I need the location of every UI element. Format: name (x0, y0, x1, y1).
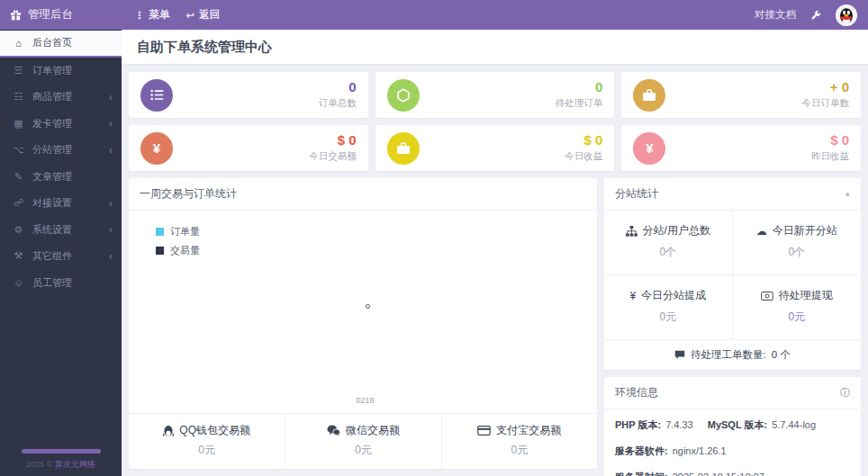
sidebar-item-staff[interactable]: ☺ 员工管理 (0, 270, 122, 297)
sidebar-item-orders[interactable]: ☰ 订单管理 (0, 58, 122, 85)
sidebar-item-integration[interactable]: ☍ 对接设置 ‹ (0, 190, 122, 217)
weekly-chart-panel: 一周交易与订单统计 订单量 交易量 (129, 178, 597, 469)
money-bill-icon (761, 292, 773, 301)
branch-stats-grid: 分站/用户总数 0个 ☁ 今日新开分站 0个 (604, 211, 861, 339)
legend-item-volume[interactable]: 交易量 (156, 244, 200, 257)
chevron-left-icon: ‹ (109, 117, 113, 130)
stat-value: 0 (319, 80, 357, 94)
stat-label: 今日订单数 (801, 97, 849, 110)
comment-icon (674, 350, 685, 360)
chart-data-point[interactable] (366, 304, 370, 309)
sidebar: ⌂ 后台首页 ☰ 订单管理 ☷ 商品管理 ‹ ▦ 发卡管理 ‹ (0, 30, 122, 476)
stat-label: 今日收益 (565, 150, 602, 163)
list-icon: ☰ (13, 65, 24, 76)
sidebar-item-articles[interactable]: ✎ 文章管理 (0, 164, 122, 191)
env-server-time: 服务器时间: 2025-02-19 15:18:07 (615, 471, 764, 476)
yen-icon: ¥ (633, 132, 665, 165)
gear-icon: ⚙ (13, 224, 24, 236)
env-panel-header: 环境信息 ⓘ (604, 377, 861, 409)
briefcase-icon (387, 132, 420, 165)
stat-value: + 0 (801, 80, 849, 94)
wrench-icon (810, 10, 821, 21)
top-navbar: 管理后台 ⋮ 菜单 ↩ 返回 对接文档 (0, 0, 868, 30)
cloud-icon: ☁ (756, 225, 767, 238)
back-button[interactable]: ↩ 返回 (186, 8, 221, 22)
yen-icon: ¥ (629, 290, 636, 302)
stat-label: 待处理订单 (556, 97, 603, 110)
qq-penguin-icon (836, 4, 857, 26)
stat-card-yesterday-profit: ¥ $ 0 昨日收益 (621, 125, 861, 171)
page-title-bar: 自助下单系统管理中心 (122, 30, 868, 65)
yen-icon: ¥ (140, 132, 173, 165)
chevron-left-icon: ‹ (109, 197, 113, 210)
legend-item-orders[interactable]: 订单量 (156, 225, 200, 238)
branch-panel-header: 分站统计 ● (604, 178, 861, 211)
payment-summary-row: QQ钱包交易额 0元 微信交易额 (129, 413, 597, 469)
navbar-right-menu: 对接文档 (755, 4, 868, 26)
credit-card-icon (477, 426, 491, 436)
stat-card-today-volume: ¥ $ 0 今日交易额 (129, 125, 368, 171)
env-php-version: PHP 版本: 7.4.33 (615, 418, 693, 432)
stat-card-today-orders: + 0 今日订单数 (621, 72, 861, 118)
sitemap-icon: ⌥ (13, 144, 24, 156)
env-panel-title: 环境信息 (615, 385, 658, 400)
cogs-icon: ⚒ (13, 250, 24, 262)
env-info-body: PHP 版本: 7.4.33 MySQL 版本: 5.7.44-log (604, 409, 861, 476)
link-icon: ☍ (13, 197, 24, 209)
brand-title: 管理后台 (28, 7, 73, 22)
copyright: 2025 © 异次元网络 (0, 459, 122, 471)
chart-legend: 订单量 交易量 (156, 225, 200, 257)
stat-value: $ 0 (565, 133, 602, 147)
sidebar-item-branches[interactable]: ⌥ 分站管理 ‹ (0, 137, 122, 164)
chevron-left-icon: ‹ (109, 144, 113, 157)
sidebar-item-system-settings[interactable]: ⚙ 系统设置 ‹ (0, 217, 122, 244)
environment-info-panel: 环境信息 ⓘ PHP 版本: 7.4.33 (604, 377, 861, 476)
stat-value: 0 (556, 80, 603, 94)
main-content: 自助下单系统管理中心 0 订单总数 (122, 30, 868, 476)
stat-label: 今日交易额 (309, 150, 357, 163)
env-mysql-version: MySQL 版本: 5.7.44-log (708, 418, 816, 432)
qq-icon (163, 425, 174, 437)
docs-link[interactable]: 对接文档 (755, 8, 796, 22)
cube-icon (387, 79, 420, 112)
cart-icon: ☷ (13, 91, 24, 103)
branch-stats-panel: 分站统计 ● 分站/用户总数 (604, 178, 861, 370)
wechat-summary: 微信交易额 0元 (285, 414, 440, 469)
wechat-icon (327, 425, 340, 436)
stat-value: $ 0 (309, 133, 357, 147)
dot-icon: ● (845, 190, 850, 199)
sidebar-item-components[interactable]: ⚒ 其它组件 ‹ (0, 243, 122, 270)
table-icon: ▦ (13, 118, 24, 130)
branch-panel-title: 分站统计 (615, 186, 658, 202)
stat-label: 订单总数 (319, 97, 357, 110)
app-window: 管理后台 ⋮ 菜单 ↩ 返回 对接文档 (0, 0, 868, 476)
briefcase-icon (633, 79, 665, 112)
sidebar-item-home[interactable]: ⌂ 后台首页 (0, 31, 122, 58)
footer-brand-link[interactable]: 异次元网络 (55, 460, 95, 469)
tools-button[interactable] (810, 10, 821, 21)
alipay-summary: 支付宝交易额 0元 (441, 414, 597, 469)
sidebar-item-goods[interactable]: ☷ 商品管理 ‹ (0, 84, 122, 111)
pending-tickets-row: 待处理工单数量: 0 个 (604, 339, 861, 370)
qq-wallet-summary: QQ钱包交易额 0元 (129, 414, 285, 469)
stat-card-total-orders: 0 订单总数 (129, 72, 368, 118)
stat-cards-row-1: 0 订单总数 0 待处理订单 (129, 72, 861, 118)
menu-button[interactable]: ⋮ 菜单 (134, 8, 170, 22)
avatar[interactable] (836, 4, 857, 26)
branch-cell-withdrawals: 待处理提现 0元 (733, 275, 862, 339)
back-arrow-icon: ↩ (186, 9, 195, 22)
user-icon: ☺ (13, 277, 24, 288)
info-icon: ⓘ (840, 386, 850, 400)
stat-value: $ 0 (811, 133, 849, 147)
stat-cards-row-2: ¥ $ 0 今日交易额 $ 0 今日收益 (129, 125, 861, 171)
chevron-left-icon: ‹ (109, 223, 113, 236)
chart-area: 订单量 交易量 0218 (129, 211, 597, 413)
branch-cell-commission: ¥ 今日分站提成 0元 (604, 275, 733, 339)
list-ol-icon (140, 79, 173, 112)
right-column: 分站统计 ● 分站/用户总数 (604, 178, 861, 469)
branch-cell-new-sites: ☁ 今日新开分站 0个 (733, 211, 862, 275)
brand[interactable]: 管理后台 (0, 7, 122, 22)
sidebar-item-card-issuing[interactable]: ▦ 发卡管理 ‹ (0, 111, 122, 138)
home-icon: ⌂ (13, 38, 24, 49)
x-axis-tick-label: 0218 (357, 396, 375, 405)
